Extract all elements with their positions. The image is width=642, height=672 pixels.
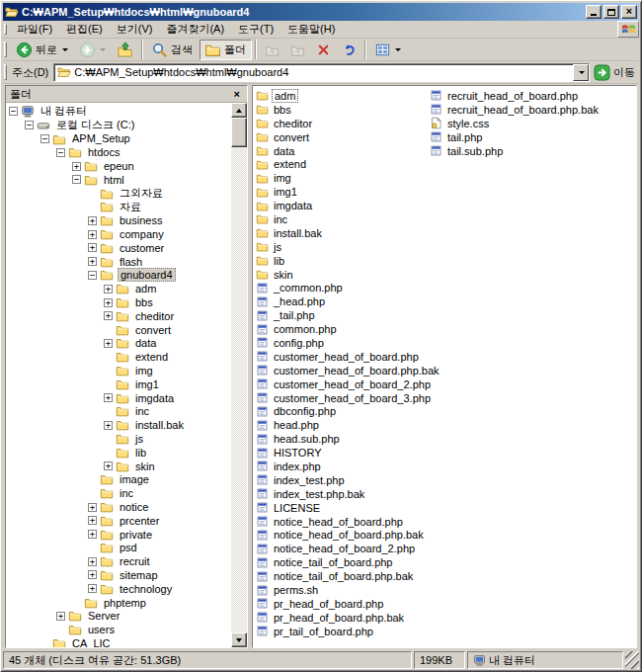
up-button[interactable] [112,40,138,60]
tree-item-label[interactable]: imgdata [133,392,176,404]
file-item[interactable]: notice_tail_of_board.php [256,555,430,569]
tree-item[interactable]: psd [6,542,231,555]
tree-item-label[interactable]: html [102,174,126,186]
expand-icon[interactable]: + [104,298,113,307]
tree-item[interactable]: +recruit [6,554,231,568]
expand-icon[interactable]: + [88,570,97,579]
tree-item-label[interactable]: CA_LIC [70,637,113,647]
file-item-label[interactable]: img [272,172,293,184]
collapse-icon[interactable]: − [25,121,34,129]
tree-item[interactable]: CA_LIC [6,636,231,647]
tree-item[interactable]: −내 컴퓨터 [6,105,231,119]
file-item[interactable]: tail.php [430,130,603,144]
file-item-label[interactable]: head.php [272,419,321,431]
file-item-label[interactable]: index_test.php [272,474,347,486]
tree-item[interactable]: −로컬 디스크 (C:) [6,119,231,132]
views-dropdown-icon[interactable] [395,48,401,51]
tree-item-label[interactable]: inc [133,405,151,417]
file-item[interactable]: _tail.php [256,308,430,322]
file-item-label[interactable]: notice_tail_of_board.php [272,556,394,568]
file-item[interactable]: notice_head_of_board.php.bak [256,529,430,543]
tree-item-label[interactable]: flash [118,256,144,268]
file-item-label[interactable]: notice_tail_of_board.php.bak [272,570,415,582]
file-item-label[interactable]: pr_head_of_board.php [272,598,385,610]
tree-item[interactable]: +company [6,227,231,241]
tree-item-label[interactable]: notice [118,501,150,513]
undo-button[interactable] [337,40,361,60]
tree-item[interactable]: image [6,473,231,487]
collapse-icon[interactable]: − [88,271,97,280]
tree-item[interactable]: js [6,432,231,446]
file-item[interactable]: tail.sub.php [430,144,603,158]
tree-item-label[interactable]: APM_Setup [70,132,132,144]
tree-item[interactable]: −html [6,173,231,187]
tree-item-label[interactable]: prcenter [118,515,161,527]
toolbar-grip[interactable] [4,42,7,56]
tree-item-label[interactable]: customer [118,242,166,254]
file-item-label[interactable]: customer_head_of_board_2.php [272,378,433,390]
back-dropdown-icon[interactable] [62,48,68,51]
file-item[interactable]: data [256,144,430,158]
expand-icon[interactable]: + [88,584,97,593]
expand-icon[interactable]: + [72,162,81,171]
collapse-icon[interactable]: − [72,175,81,184]
tree-item[interactable]: convert [6,323,231,337]
expand-icon[interactable]: + [88,516,97,525]
file-item[interactable]: convert [256,130,430,144]
file-item-label[interactable]: pr_tail_of_board.php [272,626,375,637]
tree-item-label[interactable]: company [118,228,166,240]
scroll-down-button[interactable] [231,632,247,647]
file-item[interactable]: pr_head_of_board.php [256,597,430,611]
expand-icon[interactable]: + [88,243,97,252]
file-item[interactable]: extend [256,157,430,171]
expand-icon[interactable]: + [104,285,113,294]
tree-item-label[interactable]: 내 컴퓨터 [39,104,89,119]
expand-icon[interactable]: + [88,503,97,512]
file-item-label[interactable]: lib [272,255,286,267]
file-item[interactable]: _head.php [256,294,430,308]
expand-icon[interactable]: + [104,393,113,402]
tree-scrollbar[interactable] [231,103,247,647]
collapse-icon[interactable]: − [9,107,18,116]
file-item[interactable]: inc [256,212,430,226]
tree-item-label[interactable]: image [118,473,151,485]
tree-item[interactable]: inc [6,486,231,500]
file-item-label[interactable]: customer_head_of_board.php [272,351,421,363]
tree-item[interactable]: −gnuboard4 [6,269,231,283]
tree-item-label[interactable]: convert [133,324,173,336]
file-item-label[interactable]: index_test.php.bak [272,488,366,500]
tree-item-label[interactable]: img [133,365,155,377]
copy-to-button[interactable] [285,40,310,60]
tree-item[interactable]: +install.bak [6,418,231,432]
tree-item-label[interactable]: private [118,529,154,541]
file-item[interactable]: pr_head_of_board.php.bak [256,611,430,625]
file-item-label[interactable]: _tail.php [272,309,317,321]
tree-item-label[interactable]: technology [118,583,174,595]
tree-item-label[interactable]: epeun [102,160,136,172]
file-item-label[interactable]: notice_head_of_board.php.bak [272,529,426,541]
folders-button[interactable]: 폴더 [200,40,252,60]
search-button[interactable]: 검색 [146,40,199,60]
views-button[interactable] [369,40,406,60]
file-item-label[interactable]: LICENSE [272,502,322,514]
tree-item-label[interactable]: gnuboard4 [118,268,176,282]
file-item-label[interactable]: perms.sh [272,584,320,596]
file-item-label[interactable]: img1 [272,186,299,198]
collapse-icon[interactable]: − [56,148,65,157]
file-item[interactable]: adm [256,89,430,103]
address-dropdown-button[interactable] [573,64,589,81]
addressbar-grip[interactable] [4,64,7,79]
file-item-label[interactable]: notice_head_of_board.php [272,516,405,528]
tree-item-label[interactable]: 자료 [118,200,143,214]
scroll-up-button[interactable] [231,103,247,118]
collapse-icon[interactable]: − [40,134,49,143]
file-item[interactable]: recruit_head_of_board.php.bak [430,103,603,117]
expand-icon[interactable]: + [88,257,97,266]
file-item[interactable]: imgdata [256,199,430,212]
file-item[interactable]: common.php [256,322,430,336]
file-item-label[interactable]: index.php [272,461,323,472]
tree-item-label[interactable]: htdocs [86,146,121,158]
file-item[interactable]: customer_head_of_board_3.php [256,391,430,405]
file-item[interactable]: index.php [256,460,430,473]
file-item-label[interactable]: customer_head_of_board_3.php [272,392,433,404]
